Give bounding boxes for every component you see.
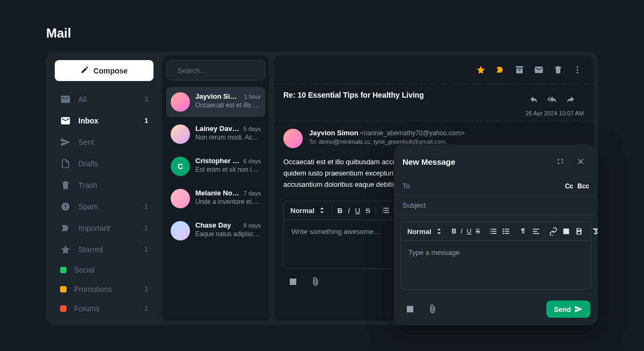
sidebar-item-important[interactable]: Important1 xyxy=(55,218,153,238)
mail-item[interactable]: Jayvion Simon1 hour Occaecati est et ill… xyxy=(166,87,265,117)
to-input[interactable] xyxy=(402,182,565,190)
mail-item[interactable]: Chase Day8 days Eaque natus adipisci so… xyxy=(166,216,265,246)
mail-preview: Est enim et sit non imp… xyxy=(195,166,261,173)
ordered-list-button[interactable] xyxy=(382,206,390,215)
mail-sender: Jayvion Simon xyxy=(195,92,241,100)
mail-preview: Occaecati est et illo qui… xyxy=(195,101,261,109)
sidebar-item-social[interactable]: Social xyxy=(55,261,153,279)
sidebar-label: Inbox xyxy=(78,116,98,125)
send-button[interactable]: Send xyxy=(546,301,590,318)
sidebar-label: Spam xyxy=(78,202,98,211)
svg-point-11 xyxy=(502,233,504,235)
sidebar-label: Trash xyxy=(78,181,97,189)
underline-button[interactable]: U xyxy=(355,207,360,215)
strike-button[interactable]: S xyxy=(365,207,370,215)
reply-button[interactable] xyxy=(525,91,543,108)
sidebar-label: Starred xyxy=(78,245,103,254)
mail-date: 26 Apr 2024 10:07 AM xyxy=(525,110,584,116)
sidebar-label: Sent xyxy=(78,138,94,147)
sidebar: Compose All3 Inbox1 Sent Drafts Trash Sp… xyxy=(50,56,158,321)
mail-sender: Lainey Davidson xyxy=(195,125,240,133)
compose-editor: Normal B I U S Type a message xyxy=(400,222,591,290)
footer-image-button[interactable] xyxy=(401,301,419,318)
sidebar-count: 2 xyxy=(144,286,148,293)
footer-attach-button[interactable] xyxy=(424,301,441,318)
search-input[interactable] xyxy=(178,67,268,75)
compose-button[interactable]: Compose xyxy=(55,60,153,81)
file-icon xyxy=(60,158,71,169)
svg-rect-2 xyxy=(65,208,66,209)
sidebar-item-spam[interactable]: Spam1 xyxy=(55,197,153,216)
svg-point-4 xyxy=(577,69,579,71)
bold-button[interactable]: B xyxy=(338,207,342,215)
trash-icon xyxy=(60,180,71,191)
pencil-icon xyxy=(80,65,89,76)
image-button[interactable] xyxy=(562,227,570,236)
subject-input[interactable] xyxy=(402,201,589,209)
save-button[interactable] xyxy=(575,227,583,236)
important-button[interactable] xyxy=(492,61,509,78)
archive-button[interactable] xyxy=(511,61,528,78)
compose-toolbar: Normal B I U S xyxy=(401,222,591,241)
align-button[interactable] xyxy=(532,227,540,236)
more-button[interactable] xyxy=(569,61,586,78)
sidebar-count: 1 xyxy=(144,117,148,125)
bullet-list-button[interactable] xyxy=(502,227,510,236)
mail-item[interactable]: Melanie Noble7 days Unde a inventore et.… xyxy=(166,184,265,214)
social-tag-icon xyxy=(60,267,67,273)
page-title: Mail xyxy=(0,0,644,41)
sidebar-count: 1 xyxy=(144,203,148,210)
star-icon xyxy=(60,244,71,255)
sidebar-item-forums[interactable]: Forums1 xyxy=(55,300,153,317)
reply-all-button[interactable] xyxy=(544,91,561,108)
cc-toggle[interactable]: Cc xyxy=(565,182,573,190)
send-icon xyxy=(60,137,71,148)
delete-button[interactable] xyxy=(550,61,567,78)
bcc-toggle[interactable]: Bcc xyxy=(577,182,589,190)
to-label: To: xyxy=(309,138,317,145)
attach-button[interactable] xyxy=(307,273,324,290)
star-button[interactable] xyxy=(472,61,489,78)
sidebar-item-all[interactable]: All3 xyxy=(55,90,153,109)
svg-point-9 xyxy=(502,229,504,230)
svg-point-5 xyxy=(577,72,579,74)
sidebar-count: 1 xyxy=(144,305,148,312)
italic-button[interactable]: I xyxy=(348,207,350,215)
underline-button[interactable]: U xyxy=(467,228,472,235)
mail-preview: Eaque natus adipisci so… xyxy=(195,230,261,238)
sidebar-item-trash[interactable]: Trash xyxy=(55,176,153,195)
sidebar-item-sent[interactable]: Sent xyxy=(55,133,153,152)
clear-format-button[interactable] xyxy=(592,227,598,236)
insert-image-button[interactable] xyxy=(284,273,302,290)
mark-unread-button[interactable] xyxy=(530,61,547,78)
mail-time: 6 days xyxy=(244,158,261,164)
mail-sender: Melanie Noble xyxy=(195,189,240,197)
mail-icon xyxy=(60,94,71,105)
search-box[interactable] xyxy=(166,60,265,81)
inbox-icon xyxy=(60,115,71,126)
heading-select[interactable]: Normal xyxy=(290,206,326,215)
mail-subject: Re: 10 Essential Tips for Healthy Living xyxy=(283,91,424,99)
bold-button[interactable]: B xyxy=(452,228,457,235)
svg-point-3 xyxy=(577,66,579,68)
sidebar-item-starred[interactable]: Starred1 xyxy=(55,240,153,259)
close-button[interactable] xyxy=(572,153,589,170)
compose-label: Compose xyxy=(93,67,128,75)
strike-button[interactable]: S xyxy=(475,228,480,235)
compose-textarea[interactable]: Type a message xyxy=(401,241,591,289)
forward-button[interactable] xyxy=(562,91,579,108)
mail-item[interactable]: C Cristopher Cardenas6 days Est enim et … xyxy=(166,151,265,181)
avatar: C xyxy=(171,157,190,176)
minimize-button[interactable] xyxy=(552,153,569,170)
text-direction-button[interactable] xyxy=(519,227,528,236)
sidebar-item-promotions[interactable]: Promotions2 xyxy=(55,281,153,298)
link-button[interactable] xyxy=(549,227,558,236)
mail-item[interactable]: Lainey Davidson5 days Non rerum modi. Ac… xyxy=(166,119,265,149)
sidebar-item-drafts[interactable]: Drafts xyxy=(55,154,153,173)
italic-button[interactable]: I xyxy=(460,228,462,235)
mail-time: 7 days xyxy=(244,190,261,196)
heading-select[interactable]: Normal xyxy=(407,227,443,236)
sender-name: Jayvion Simon xyxy=(309,129,358,137)
ordered-list-button[interactable] xyxy=(489,227,497,236)
sidebar-item-inbox[interactable]: Inbox1 xyxy=(55,111,153,130)
